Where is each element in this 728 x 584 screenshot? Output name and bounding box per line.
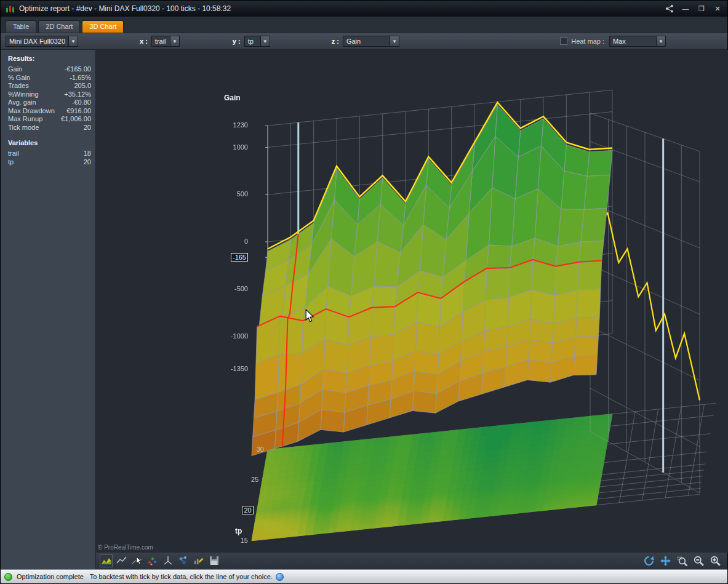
share-icon[interactable] [665,4,674,14]
line-chart-icon[interactable] [115,554,128,567]
zoom-selection-icon[interactable] [675,554,689,568]
result-row: Gain-€165.00 [1,65,95,74]
zoom-in-icon[interactable] [708,554,722,568]
axes-3d-icon[interactable] [161,554,174,567]
chevron-down-icon: ▼ [656,36,665,46]
z-variable-select[interactable]: Gain ▼ [343,36,399,47]
y-variable-select[interactable]: tp ▼ [244,36,270,47]
tabbar: Table 2D Chart 3D Chart [1,17,727,33]
result-row: %Winning+35.12% [1,90,95,99]
scatter-3d-icon[interactable] [146,554,159,567]
result-row: Tick mode20 [1,124,95,132]
chevron-down-icon: ▼ [68,36,78,46]
chart-options-toolbar: Mini DAX Full0320 ▼ x : trail ▼ y : tp ▼… [1,33,727,50]
y-axis-label: y : [233,38,241,45]
titlebar: Optimize report - #dev - Mini DAX Full03… [1,1,727,17]
chart-toolbar [96,551,727,569]
variable-row: tp20 [1,158,95,167]
close-button[interactable]: ✕ [713,4,722,14]
minimize-button[interactable]: — [681,4,690,14]
area-chart-icon[interactable] [100,554,113,567]
zoom-out-icon[interactable] [692,554,706,568]
variables-title: Variables [8,139,95,146]
chevron-down-icon: ▼ [260,36,270,46]
chevron-down-icon: ▼ [170,36,179,46]
globe-icon[interactable] [276,573,284,581]
status-text-1: Optimization complete [17,573,84,580]
status-bar: Optimization complete To backtest with t… [1,569,727,583]
result-row: Max Drawdown€916.00 [1,107,95,116]
tab-3d-chart[interactable]: 3D Chart [82,20,124,33]
result-row: Max Runup€1,006.00 [1,115,95,124]
heatmap-checkbox[interactable] [560,38,567,45]
save-icon[interactable] [207,554,220,567]
chart-area: 123010005000-165-500-1000-135030252015Ga… [96,50,727,569]
optimize-report-window: Optimize report - #dev - Mini DAX Full03… [0,0,728,584]
pointer-icon[interactable] [130,554,143,567]
rotate-3d-icon[interactable] [642,554,656,568]
surface-3d-canvas[interactable] [96,50,728,553]
status-text-2: To backtest with tick by tick data, clic… [90,573,273,580]
results-title: Results: [8,55,95,62]
instrument-select[interactable]: Mini DAX Full0320 ▼ [6,36,78,47]
app-icon [6,4,15,14]
optimization-complete-icon [4,573,12,581]
chevron-down-icon: ▼ [390,36,399,46]
molecule-icon[interactable] [177,554,190,567]
maximize-button[interactable]: ❒ [697,4,706,14]
results-panel: Results: Gain-€165.00% Gain-1.65%Trades2… [1,50,96,569]
variable-row: trail18 [1,150,95,158]
tab-2d-chart[interactable]: 2D Chart [38,20,80,33]
result-row: % Gain-1.65% [1,74,95,82]
chart-edit-icon[interactable] [192,554,205,567]
window-title: Optimize report - #dev - Mini DAX Full03… [19,4,665,13]
result-row: Avg. gain-€0.80 [1,98,95,107]
pan-icon[interactable] [658,554,673,568]
result-row: Trades205.0 [1,82,95,90]
tab-table[interactable]: Table [6,20,36,33]
heatmap-label: Heat map : [571,38,604,45]
x-variable-select[interactable]: trail ▼ [151,36,180,47]
x-axis-label: x : [140,38,148,45]
z-axis-label: z : [332,38,339,45]
heatmap-mode-select[interactable]: Max ▼ [609,36,666,47]
